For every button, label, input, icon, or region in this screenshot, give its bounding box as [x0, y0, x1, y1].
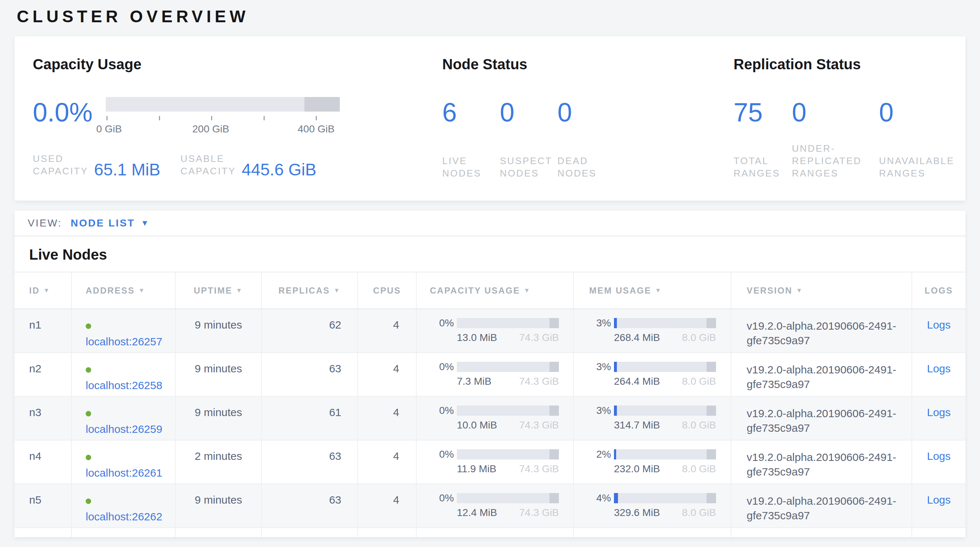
mem-usage-meter-total-value: 8.0 GiB	[682, 507, 716, 518]
capacity-usage-meter-total-value: 74.3 GiB	[519, 507, 559, 518]
logs-link[interactable]: Logs	[927, 494, 950, 506]
live-status-dot-icon	[86, 498, 91, 504]
logs-link[interactable]: Logs	[927, 319, 950, 331]
total-ranges-label: TOTAL RANGES	[733, 154, 792, 180]
mem-usage-meter-track	[614, 362, 716, 372]
capacity-usage-meter-labels: 10.0 MiB74.3 GiB	[457, 419, 559, 431]
uptime-cell: 9 minutes	[176, 397, 262, 440]
capacity-usage-meter-total-value: 74.3 GiB	[519, 463, 559, 475]
mem-usage-meter: 3%264.4 MiB8.0 GiB	[574, 353, 731, 396]
address-link[interactable]: localhost:26258	[86, 379, 162, 391]
address-link[interactable]: localhost:26261	[86, 467, 162, 479]
column-header-label: UPTIME	[194, 286, 232, 296]
capacity-usage-meter: 0%10.0 MiB74.3 GiB	[417, 397, 574, 440]
node-status-title: Node Status	[442, 56, 697, 73]
empty-cell	[14, 528, 72, 537]
capacity-usage-meter-total-value: 74.3 GiB	[519, 419, 559, 431]
empty-cell	[912, 528, 966, 537]
address-wrap: localhost:26262	[86, 494, 163, 525]
address-link[interactable]: localhost:26257	[86, 336, 162, 348]
mem-usage-meter-percent: 3%	[581, 317, 611, 329]
mem-usage-meter-total-value: 8.0 GiB	[682, 463, 716, 475]
unavailable-ranges-label: UNAVAILABLE RANGES	[879, 154, 955, 180]
mem-usage-meter-bar-row: 3%	[581, 361, 730, 373]
capacity-usage-meter-percent: 0%	[424, 448, 454, 460]
column-header-label: VERSION	[747, 286, 792, 296]
live-nodes-value: 6	[442, 99, 500, 126]
address-cell: localhost:26259	[72, 397, 176, 440]
replicas-cell: 63	[262, 440, 358, 483]
uptime-cell: 9 minutes	[176, 353, 262, 396]
address-link[interactable]: localhost:26259	[86, 423, 162, 435]
cpus-cell: 4	[358, 440, 417, 483]
version-cell: v19.2.0-alpha.20190606-2491-gfe735c9a97	[731, 484, 912, 527]
live-status-dot-icon	[86, 411, 91, 417]
logs-link[interactable]: Logs	[927, 406, 950, 418]
node-id-cell: n1	[14, 309, 72, 352]
tick-label-200: 200 GiB	[192, 123, 229, 135]
column-header-capacity[interactable]: CAPACITY USAGE▼	[417, 272, 574, 308]
replication-status-title: Replication Status	[733, 56, 966, 73]
mem-usage-meter-total-value: 8.0 GiB	[682, 332, 716, 343]
address-wrap: localhost:26258	[86, 363, 163, 393]
capacity-usage-meter-percent: 0%	[424, 492, 454, 504]
column-header-label: CAPACITY USAGE	[430, 286, 520, 296]
table-row: n3localhost:262599 minutes6140%10.0 MiB7…	[14, 397, 966, 440]
capacity-usage-section: Capacity Usage 0.0% 0 GiB 200 GiB 400 Gi…	[33, 37, 419, 200]
view-dropdown[interactable]: NODE LIST ▼	[71, 217, 149, 229]
column-header-uptime[interactable]: UPTIME▼	[176, 272, 262, 308]
mem-usage-meter-labels: 268.4 MiB8.0 GiB	[614, 332, 716, 343]
live-status-dot-icon	[86, 367, 91, 373]
column-header-label: MEM USAGE	[589, 286, 652, 296]
version-text: v19.2.0-alpha.20190606-2491-gfe735c9a97	[747, 406, 907, 436]
column-header-version[interactable]: VERSION▼	[731, 272, 912, 308]
address-link[interactable]: localhost:26262	[86, 510, 162, 523]
mem-usage-meter-percent: 4%	[581, 492, 611, 504]
capacity-usage-meter-reserved-segment	[549, 493, 559, 503]
dead-nodes-value: 0	[557, 99, 597, 126]
cpus-cell: 4	[358, 309, 417, 352]
total-ranges-stat: 75 TOTAL RANGES	[733, 99, 792, 180]
version-cell: v19.2.0-alpha.20190606-2491-gfe735c9a97	[731, 440, 912, 483]
mem-usage-meter-labels: 264.4 MiB8.0 GiB	[614, 375, 716, 387]
mem-usage-meter-fill	[614, 449, 616, 460]
logs-link[interactable]: Logs	[927, 450, 950, 462]
capacity-usage-meter-used-value: 11.9 MiB	[457, 463, 496, 475]
under-replicated-ranges-label: UNDER- REPLICATED RANGES	[792, 142, 879, 180]
mem-usage-meter-used-value: 329.6 MiB	[614, 507, 660, 518]
column-header-label: LOGS	[924, 286, 953, 296]
column-header-address[interactable]: ADDRESS▼	[72, 272, 176, 308]
sort-arrow-icon: ▼	[138, 287, 145, 294]
column-header-id[interactable]: ID▼	[14, 272, 72, 308]
capacity-usage-meter-reserved-segment	[549, 405, 559, 416]
capacity-usage-meter-used-value: 13.0 MiB	[457, 332, 497, 343]
capacity-usage-meter-labels: 13.0 MiB74.3 GiB	[457, 332, 559, 343]
mem-usage-meter-labels: 329.6 MiB8.0 GiB	[614, 507, 716, 518]
total-ranges-value: 75	[733, 99, 792, 126]
capacity-usage-meter-reserved-segment	[549, 318, 559, 328]
view-dropdown-value[interactable]: NODE LIST	[71, 217, 135, 229]
capacity-percent-value: 0.0%	[33, 99, 92, 126]
table-row: n1localhost:262579 minutes6240%13.0 MiB7…	[14, 309, 966, 353]
mem-usage-meter-bar-row: 3%	[581, 317, 730, 329]
under-replicated-ranges-stat: 0 UNDER- REPLICATED RANGES	[792, 99, 879, 180]
node-id-cell: n3	[14, 397, 72, 440]
chevron-down-icon: ▼	[141, 218, 149, 228]
version-text: v19.2.0-alpha.20190606-2491-gfe735c9a97	[747, 494, 907, 523]
column-header-memory[interactable]: MEM USAGE▼	[574, 272, 731, 308]
mem-usage-meter-track	[614, 318, 716, 328]
table-row: n2localhost:262589 minutes6340%7.3 MiB74…	[14, 353, 966, 397]
live-status-dot-icon	[86, 323, 91, 329]
table-row: n4localhost:262612 minutes6340%11.9 MiB7…	[14, 440, 966, 484]
used-capacity-value: 65.1 MiB	[94, 162, 161, 177]
logs-link[interactable]: Logs	[927, 363, 950, 375]
tick-label-400: 400 GiB	[298, 123, 335, 135]
capacity-usage-meter-track	[457, 405, 559, 416]
view-label: VIEW:	[28, 217, 62, 229]
column-header-replicas[interactable]: REPLICAS▼	[262, 272, 358, 308]
replication-status-section: Replication Status 75 TOTAL RANGES 0 UND…	[733, 37, 966, 200]
replicas-cell: 62	[262, 309, 358, 352]
mem-usage-meter-fill	[614, 405, 617, 416]
node-status-section: Node Status 6 LIVE NODES 0 SUSPECT NODES…	[442, 37, 697, 200]
capacity-usage-meter-reserved-segment	[549, 362, 559, 372]
